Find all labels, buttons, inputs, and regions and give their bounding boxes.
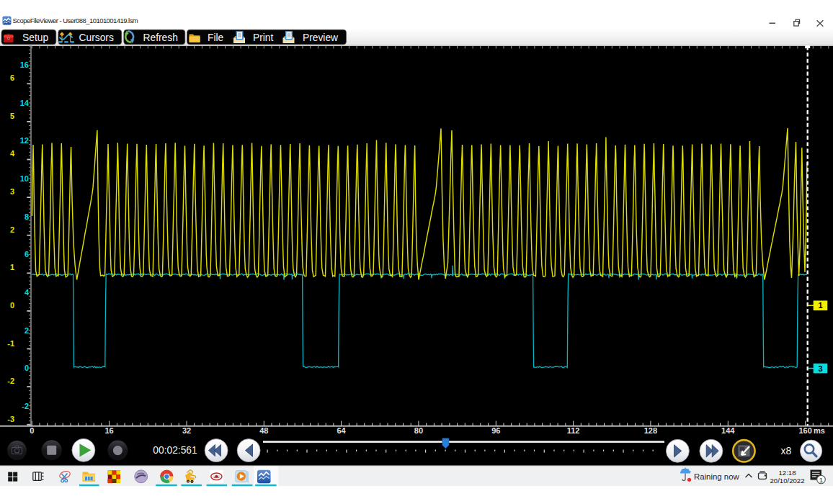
svg-text:Refresh: Refresh [143,32,178,43]
svg-text:8: 8 [24,212,29,221]
svg-text:00:02:561: 00:02:561 [153,445,197,456]
svg-text:12:18: 12:18 [778,469,796,477]
svg-text:16: 16 [104,426,113,435]
svg-text:Cursors: Cursors [79,32,114,43]
svg-text:1: 1 [10,263,14,271]
svg-text:4: 4 [24,288,30,297]
svg-text:Preview: Preview [303,32,338,43]
svg-text:12: 12 [20,136,29,145]
svg-text:20/10/2022: 20/10/2022 [770,477,804,485]
svg-text:-2: -2 [7,377,14,385]
svg-text:Setup: Setup [22,32,48,43]
svg-text:ms: ms [814,426,825,435]
svg-text:64: 64 [337,426,346,435]
svg-text:112: 112 [567,426,580,435]
svg-text:128: 128 [644,426,657,435]
svg-text:0: 0 [30,426,34,435]
svg-text:1: 1 [819,476,823,484]
svg-text:3: 3 [818,364,822,373]
svg-text:5: 5 [10,112,14,120]
svg-text:x8: x8 [781,445,792,456]
svg-text:48: 48 [259,426,268,435]
svg-text:2: 2 [10,225,14,234]
svg-text:1: 1 [818,301,822,310]
svg-text:3: 3 [10,187,14,196]
svg-text:0: 0 [10,301,14,310]
svg-text:-3: -3 [7,415,14,423]
svg-text:ScopeFileViewer - User088_1010: ScopeFileViewer - User088_10101001419.ls… [13,17,138,24]
svg-text:6: 6 [24,250,29,258]
svg-text:144: 144 [721,426,735,435]
svg-text:160: 160 [798,426,811,435]
svg-text:Print: Print [253,32,274,43]
svg-text:wOw: wOw [214,476,220,479]
svg-text:96: 96 [491,426,500,435]
svg-text:80: 80 [414,426,423,435]
svg-text:File: File [208,32,224,43]
svg-text:-2: -2 [22,402,29,410]
svg-text:0: 0 [24,364,29,372]
svg-text:Raining now: Raining now [694,472,739,481]
svg-text:16: 16 [20,60,29,69]
svg-text:32: 32 [182,426,191,435]
svg-text:-1: -1 [7,339,14,348]
svg-text:4: 4 [10,149,15,158]
svg-text:10: 10 [20,174,29,183]
svg-text:14: 14 [20,99,30,107]
svg-text:6: 6 [10,73,14,82]
svg-text:2: 2 [24,326,29,335]
